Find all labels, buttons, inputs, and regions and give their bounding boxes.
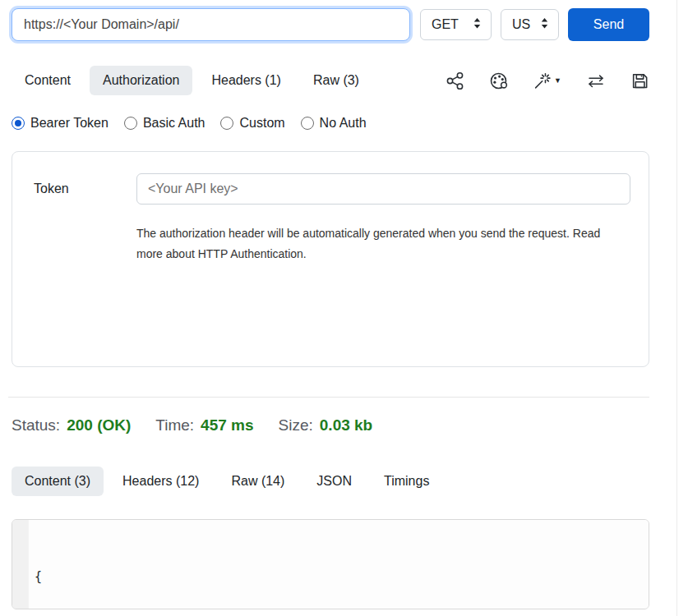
radio-bearer-token[interactable]: Bearer Token (12, 116, 109, 131)
json-open-brace: { (35, 569, 42, 584)
tab-response-raw[interactable]: Raw (14) (218, 467, 298, 496)
response-status-row: Status: 200 (OK) Time: 457 ms Size: 0.03… (12, 416, 649, 434)
token-row: Token (34, 173, 630, 205)
method-select-value: GET (432, 17, 459, 32)
radio-label: Basic Auth (143, 116, 205, 131)
region-select[interactable]: US (501, 9, 559, 40)
radio-unselected-icon (301, 117, 314, 130)
status-value: 200 (OK) (67, 416, 131, 434)
request-bar: GET US Send (12, 8, 649, 41)
radio-custom[interactable]: Custom (220, 116, 284, 131)
caret-down-icon: ▼ (554, 76, 561, 85)
size-label: Size: (279, 416, 313, 434)
auth-type-options: Bearer Token Basic Auth Custom No Auth (12, 116, 649, 131)
main-content: GET US Send Content Authorization Header… (12, 8, 649, 609)
tab-headers[interactable]: Headers (1) (198, 66, 293, 95)
radio-basic-auth[interactable]: Basic Auth (124, 116, 205, 131)
magic-wand-icon[interactable]: ▼ (533, 71, 561, 90)
radio-unselected-icon (124, 117, 137, 130)
time-value: 457 ms (201, 416, 253, 434)
token-label: Token (34, 182, 136, 196)
share-icon[interactable] (446, 71, 464, 90)
radio-unselected-icon (220, 117, 233, 130)
swap-arrows-icon[interactable] (586, 71, 606, 90)
radio-selected-icon (12, 117, 25, 130)
tab-response-json[interactable]: JSON (303, 467, 365, 496)
response-tabs: Content (3) Headers (12) Raw (14) JSON T… (12, 467, 649, 496)
tab-raw[interactable]: Raw (3) (300, 66, 372, 95)
response-json-code: { "message": "API running." } (29, 520, 649, 609)
token-input[interactable] (136, 173, 630, 205)
status-label: Status: (12, 416, 60, 434)
tab-response-headers[interactable]: Headers (12) (109, 467, 212, 496)
page-scrollbar[interactable] (676, 0, 688, 616)
section-divider (8, 397, 649, 398)
auth-helper-text: The authorization header will be automat… (136, 223, 626, 264)
save-icon[interactable] (630, 71, 649, 90)
updown-arrows-icon (472, 15, 483, 34)
tab-response-content[interactable]: Content (3) (12, 467, 104, 496)
tab-authorization[interactable]: Authorization (90, 66, 192, 95)
size-value: 0.03 kb (320, 416, 372, 434)
updown-arrows-icon (539, 15, 550, 34)
region-select-value: US (512, 17, 530, 32)
url-input[interactable] (12, 8, 410, 41)
radio-label: Custom (239, 116, 284, 131)
radio-no-auth[interactable]: No Auth (301, 116, 367, 131)
radio-label: No Auth (320, 116, 367, 131)
method-select[interactable]: GET (420, 9, 492, 40)
authorization-panel: Token The authorization header will be a… (12, 151, 649, 367)
tab-response-timings[interactable]: Timings (371, 467, 442, 496)
time-label: Time: (155, 416, 194, 434)
request-toolbar: ▼ (446, 71, 649, 90)
tab-content[interactable]: Content (12, 66, 84, 95)
request-tabs: Content Authorization Headers (1) Raw (3… (12, 66, 649, 95)
send-button[interactable]: Send (568, 8, 649, 41)
code-line: { (35, 567, 649, 587)
radio-label: Bearer Token (30, 116, 109, 131)
palette-icon[interactable] (489, 71, 508, 90)
response-body-viewer[interactable]: { "message": "API running." } (12, 519, 649, 609)
code-gutter (12, 520, 29, 609)
